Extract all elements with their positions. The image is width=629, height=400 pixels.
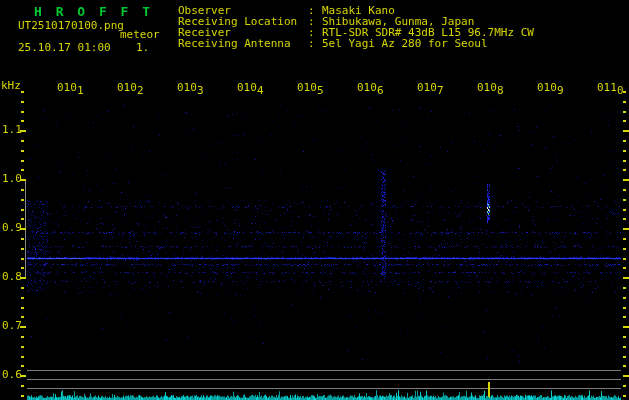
time-label-hour-part: 010 (537, 81, 557, 94)
frequency-axis-unit-label: kHz (1, 79, 21, 92)
freq-tick-right (623, 248, 626, 250)
time-tick-label: 0107 (417, 82, 444, 93)
time-tick-label: 0109 (537, 82, 564, 93)
freq-tick-right (623, 160, 626, 162)
freq-tick-left (21, 209, 24, 211)
time-tick-label: 0104 (237, 82, 264, 93)
freq-tick-left (21, 91, 24, 93)
freq-tick-left (21, 297, 24, 299)
freq-tick-right (623, 91, 626, 93)
info-value: 5el Yagi Az 280 for Seoul (322, 38, 488, 49)
freq-tick-left (21, 238, 24, 240)
freq-tick-left (21, 189, 24, 191)
time-label-hour-part: 010 (117, 81, 137, 94)
freq-tick-left (21, 150, 24, 152)
freq-tick-label: 0.6 (2, 369, 22, 380)
freq-tick-left (21, 356, 24, 358)
freq-tick-right (623, 316, 626, 318)
freq-tick-right (623, 150, 626, 152)
time-label-minute-digit: 1 (77, 85, 84, 96)
freq-tick-right (623, 130, 629, 132)
freq-tick-right (623, 101, 626, 103)
freq-tick-right (623, 385, 626, 387)
info-label: Receiving Antenna (178, 38, 308, 49)
freq-tick-right (623, 238, 626, 240)
freq-tick-right (623, 111, 626, 113)
freq-tick-right (623, 189, 626, 191)
time-label-minute-digit: 5 (317, 85, 324, 96)
time-label-hour-part: 011 (597, 81, 617, 94)
freq-tick-right (623, 356, 626, 358)
time-tick-label: 0106 (357, 82, 384, 93)
freq-tick-left (21, 140, 24, 142)
freq-tick-right (623, 169, 626, 171)
time-tick-label: 0103 (177, 82, 204, 93)
echo-count-label: 1. (136, 41, 149, 54)
receiver-info-block: Observer:Masaki KanoReceiving Location:S… (178, 5, 534, 49)
time-label-minute-digit: 4 (257, 85, 264, 96)
freq-tick-right (623, 297, 626, 299)
freq-tick-right (623, 336, 626, 338)
freq-tick-label: 0.9 (2, 222, 22, 233)
freq-tick-right (623, 228, 629, 230)
time-label-hour-part: 010 (477, 81, 497, 94)
time-label-minute-digit: 8 (497, 85, 504, 96)
freq-tick-right (623, 218, 626, 220)
freq-tick-right (623, 277, 629, 279)
freq-tick-left (21, 160, 24, 162)
freq-tick-right (623, 209, 626, 211)
freq-tick-left (21, 169, 24, 171)
freq-tick-right (623, 287, 626, 289)
freq-tick-left (21, 101, 24, 103)
freq-tick-left (21, 316, 24, 318)
time-label-hour-part: 010 (177, 81, 197, 94)
time-tick-label: 0105 (297, 82, 324, 93)
freq-tick-left (21, 248, 24, 250)
freq-tick-label: 1.0 (2, 173, 22, 184)
time-tick-label: 0108 (477, 82, 504, 93)
freq-tick-right (623, 346, 626, 348)
freq-tick-right (623, 395, 626, 397)
time-label-minute-digit: 3 (197, 85, 204, 96)
freq-tick-right (623, 267, 626, 269)
freq-tick-left (21, 395, 24, 397)
time-label-hour-part: 010 (297, 81, 317, 94)
freq-tick-left (20, 277, 26, 279)
info-separator: : (308, 38, 322, 49)
freq-tick-right (623, 258, 626, 260)
meteor-mode-label: meteor (120, 28, 160, 41)
freq-tick-left (21, 267, 24, 269)
time-label-hour-part: 010 (417, 81, 437, 94)
time-tick-label: 0102 (117, 82, 144, 93)
freq-tick-left (20, 130, 26, 132)
time-label-hour-part: 010 (357, 81, 377, 94)
time-label-minute-digit: 7 (437, 85, 444, 96)
freq-tick-left (20, 179, 26, 181)
observation-datetime-label: 25.10.17 01:00 (18, 41, 111, 54)
freq-tick-right (623, 375, 629, 377)
freq-tick-left (21, 346, 24, 348)
app-title: H R O F F T (34, 4, 153, 19)
time-label-minute-digit: 6 (377, 85, 384, 96)
freq-tick-left (21, 307, 24, 309)
freq-tick-left (21, 120, 24, 122)
time-label-hour-part: 010 (237, 81, 257, 94)
freq-tick-left (21, 385, 24, 387)
freq-tick-left (20, 228, 26, 230)
freq-tick-left (21, 218, 24, 220)
freq-tick-left (21, 287, 24, 289)
time-label-minute-digit: 9 (557, 85, 564, 96)
output-filename-label: UT2510170100.png (18, 19, 124, 32)
freq-tick-right (623, 365, 626, 367)
time-tick-label: 0110 (597, 82, 624, 93)
freq-tick-left (21, 258, 24, 260)
freq-tick-right (623, 199, 626, 201)
freq-tick-label: 0.7 (2, 320, 22, 331)
time-label-minute-digit: 2 (137, 85, 144, 96)
freq-tick-label: 1.1 (2, 124, 22, 135)
spectrogram-canvas (0, 0, 629, 400)
info-row: Receiving Antenna:5el Yagi Az 280 for Se… (178, 38, 534, 49)
freq-tick-left (20, 326, 26, 328)
time-tick-label: 0101 (57, 82, 84, 93)
freq-tick-right (623, 140, 626, 142)
